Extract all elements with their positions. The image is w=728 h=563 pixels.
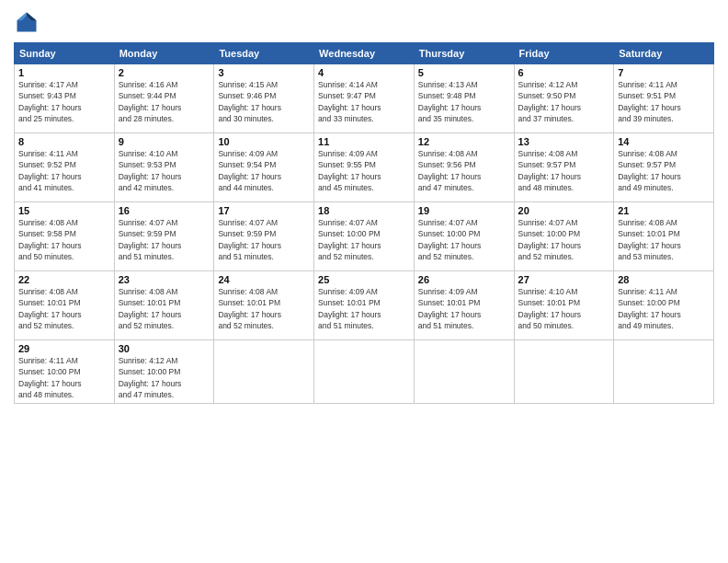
- day-info: Sunrise: 4:11 AM Sunset: 10:00 PM Daylig…: [18, 355, 110, 400]
- calendar-day-cell: [614, 340, 714, 404]
- weekday-header-cell: Wednesday: [314, 43, 415, 64]
- calendar-day-cell: 20Sunrise: 4:07 AM Sunset: 10:00 PM Dayl…: [514, 202, 614, 271]
- day-info: Sunrise: 4:09 AM Sunset: 10:01 PM Daylig…: [318, 286, 410, 331]
- calendar-day-cell: 13Sunrise: 4:08 AM Sunset: 9:57 PM Dayli…: [514, 133, 614, 202]
- calendar-day-cell: 11Sunrise: 4:09 AM Sunset: 9:55 PM Dayli…: [314, 133, 415, 202]
- day-info: Sunrise: 4:07 AM Sunset: 9:59 PM Dayligh…: [119, 217, 210, 262]
- calendar-day-cell: 16Sunrise: 4:07 AM Sunset: 9:59 PM Dayli…: [114, 202, 214, 271]
- day-info: Sunrise: 4:12 AM Sunset: 9:50 PM Dayligh…: [518, 79, 610, 124]
- calendar-day-cell: 4Sunrise: 4:14 AM Sunset: 9:47 PM Daylig…: [314, 64, 415, 133]
- day-number: 16: [119, 205, 210, 216]
- calendar-day-cell: 7Sunrise: 4:11 AM Sunset: 9:51 PM Daylig…: [614, 64, 714, 133]
- day-info: Sunrise: 4:08 AM Sunset: 9:58 PM Dayligh…: [18, 217, 110, 262]
- day-info: Sunrise: 4:10 AM Sunset: 9:53 PM Dayligh…: [119, 148, 210, 193]
- calendar-day-cell: 26Sunrise: 4:09 AM Sunset: 10:01 PM Dayl…: [414, 271, 514, 340]
- weekday-header-cell: Sunday: [15, 43, 115, 64]
- calendar-day-cell: [414, 340, 514, 404]
- day-info: Sunrise: 4:08 AM Sunset: 10:01 PM Daylig…: [618, 217, 710, 262]
- calendar-day-cell: 3Sunrise: 4:15 AM Sunset: 9:46 PM Daylig…: [214, 64, 314, 133]
- day-info: Sunrise: 4:13 AM Sunset: 9:48 PM Dayligh…: [418, 79, 510, 124]
- day-info: Sunrise: 4:12 AM Sunset: 10:00 PM Daylig…: [119, 355, 210, 400]
- day-number: 25: [318, 274, 410, 285]
- day-info: Sunrise: 4:14 AM Sunset: 9:47 PM Dayligh…: [318, 79, 410, 124]
- day-info: Sunrise: 4:15 AM Sunset: 9:46 PM Dayligh…: [218, 79, 310, 124]
- weekday-header-cell: Tuesday: [214, 43, 314, 64]
- calendar-day-cell: 30Sunrise: 4:12 AM Sunset: 10:00 PM Dayl…: [114, 340, 214, 404]
- day-info: Sunrise: 4:11 AM Sunset: 9:51 PM Dayligh…: [618, 79, 710, 124]
- calendar-day-cell: [514, 340, 614, 404]
- day-number: 28: [618, 274, 710, 285]
- day-number: 20: [518, 205, 610, 216]
- day-info: Sunrise: 4:17 AM Sunset: 9:43 PM Dayligh…: [18, 79, 110, 124]
- weekday-header-cell: Monday: [114, 43, 214, 64]
- day-number: 4: [318, 67, 410, 78]
- calendar-day-cell: 28Sunrise: 4:11 AM Sunset: 10:00 PM Dayl…: [614, 271, 714, 340]
- day-number: 19: [418, 205, 510, 216]
- day-number: 18: [318, 205, 410, 216]
- calendar-day-cell: 22Sunrise: 4:08 AM Sunset: 10:01 PM Dayl…: [15, 271, 115, 340]
- calendar-day-cell: 1Sunrise: 4:17 AM Sunset: 9:43 PM Daylig…: [15, 64, 115, 133]
- day-info: Sunrise: 4:07 AM Sunset: 10:00 PM Daylig…: [518, 217, 610, 262]
- calendar-day-cell: 6Sunrise: 4:12 AM Sunset: 9:50 PM Daylig…: [514, 64, 614, 133]
- day-info: Sunrise: 4:08 AM Sunset: 10:01 PM Daylig…: [218, 286, 310, 331]
- calendar-day-cell: 24Sunrise: 4:08 AM Sunset: 10:01 PM Dayl…: [214, 271, 314, 340]
- calendar-day-cell: 27Sunrise: 4:10 AM Sunset: 10:01 PM Dayl…: [514, 271, 614, 340]
- calendar-day-cell: [314, 340, 415, 404]
- day-number: 3: [218, 67, 310, 78]
- calendar-week-row: 22Sunrise: 4:08 AM Sunset: 10:01 PM Dayl…: [15, 271, 714, 340]
- calendar-body: 1Sunrise: 4:17 AM Sunset: 9:43 PM Daylig…: [15, 64, 714, 404]
- calendar-day-cell: 19Sunrise: 4:07 AM Sunset: 10:00 PM Dayl…: [414, 202, 514, 271]
- day-info: Sunrise: 4:07 AM Sunset: 9:59 PM Dayligh…: [218, 217, 310, 262]
- calendar-table: SundayMondayTuesdayWednesdayThursdayFrid…: [14, 42, 714, 404]
- day-number: 13: [518, 136, 610, 147]
- day-number: 1: [18, 67, 110, 78]
- day-info: Sunrise: 4:08 AM Sunset: 9:56 PM Dayligh…: [418, 148, 510, 193]
- day-number: 15: [18, 205, 110, 216]
- day-info: Sunrise: 4:16 AM Sunset: 9:44 PM Dayligh…: [119, 79, 210, 124]
- day-number: 17: [218, 205, 310, 216]
- calendar-day-cell: 29Sunrise: 4:11 AM Sunset: 10:00 PM Dayl…: [15, 340, 115, 404]
- day-info: Sunrise: 4:09 AM Sunset: 10:01 PM Daylig…: [418, 286, 510, 331]
- day-info: Sunrise: 4:08 AM Sunset: 9:57 PM Dayligh…: [618, 148, 710, 193]
- calendar-week-row: 29Sunrise: 4:11 AM Sunset: 10:00 PM Dayl…: [15, 340, 714, 404]
- calendar-day-cell: 12Sunrise: 4:08 AM Sunset: 9:56 PM Dayli…: [414, 133, 514, 202]
- day-info: Sunrise: 4:08 AM Sunset: 10:01 PM Daylig…: [18, 286, 110, 331]
- day-number: 6: [518, 67, 610, 78]
- day-info: Sunrise: 4:10 AM Sunset: 10:01 PM Daylig…: [518, 286, 610, 331]
- calendar-week-row: 8Sunrise: 4:11 AM Sunset: 9:52 PM Daylig…: [15, 133, 714, 202]
- calendar-day-cell: 2Sunrise: 4:16 AM Sunset: 9:44 PM Daylig…: [114, 64, 214, 133]
- calendar-day-cell: 25Sunrise: 4:09 AM Sunset: 10:01 PM Dayl…: [314, 271, 415, 340]
- weekday-header-cell: Friday: [514, 43, 614, 64]
- calendar-day-cell: 17Sunrise: 4:07 AM Sunset: 9:59 PM Dayli…: [214, 202, 314, 271]
- calendar-week-row: 15Sunrise: 4:08 AM Sunset: 9:58 PM Dayli…: [15, 202, 714, 271]
- day-number: 29: [18, 343, 110, 354]
- day-number: 5: [418, 67, 510, 78]
- day-info: Sunrise: 4:07 AM Sunset: 10:00 PM Daylig…: [318, 217, 410, 262]
- weekday-header-cell: Saturday: [614, 43, 714, 64]
- calendar-day-cell: 21Sunrise: 4:08 AM Sunset: 10:01 PM Dayl…: [614, 202, 714, 271]
- calendar-day-cell: 14Sunrise: 4:08 AM Sunset: 9:57 PM Dayli…: [614, 133, 714, 202]
- day-number: 7: [618, 67, 710, 78]
- calendar-day-cell: 8Sunrise: 4:11 AM Sunset: 9:52 PM Daylig…: [15, 133, 115, 202]
- day-number: 26: [418, 274, 510, 285]
- day-number: 14: [618, 136, 710, 147]
- day-info: Sunrise: 4:09 AM Sunset: 9:54 PM Dayligh…: [218, 148, 310, 193]
- logo-icon: [14, 9, 40, 35]
- weekday-header-cell: Thursday: [414, 43, 514, 64]
- day-info: Sunrise: 4:07 AM Sunset: 10:00 PM Daylig…: [418, 217, 510, 262]
- header: [14, 9, 714, 35]
- day-number: 12: [418, 136, 510, 147]
- logo: [14, 9, 43, 35]
- day-number: 9: [119, 136, 210, 147]
- day-number: 24: [218, 274, 310, 285]
- calendar-day-cell: 10Sunrise: 4:09 AM Sunset: 9:54 PM Dayli…: [214, 133, 314, 202]
- day-number: 8: [18, 136, 110, 147]
- calendar-day-cell: 18Sunrise: 4:07 AM Sunset: 10:00 PM Dayl…: [314, 202, 415, 271]
- day-info: Sunrise: 4:09 AM Sunset: 9:55 PM Dayligh…: [318, 148, 410, 193]
- day-number: 21: [618, 205, 710, 216]
- calendar-week-row: 1Sunrise: 4:17 AM Sunset: 9:43 PM Daylig…: [15, 64, 714, 133]
- calendar-day-cell: 23Sunrise: 4:08 AM Sunset: 10:01 PM Dayl…: [114, 271, 214, 340]
- day-number: 23: [119, 274, 210, 285]
- calendar-day-cell: 9Sunrise: 4:10 AM Sunset: 9:53 PM Daylig…: [114, 133, 214, 202]
- day-number: 27: [518, 274, 610, 285]
